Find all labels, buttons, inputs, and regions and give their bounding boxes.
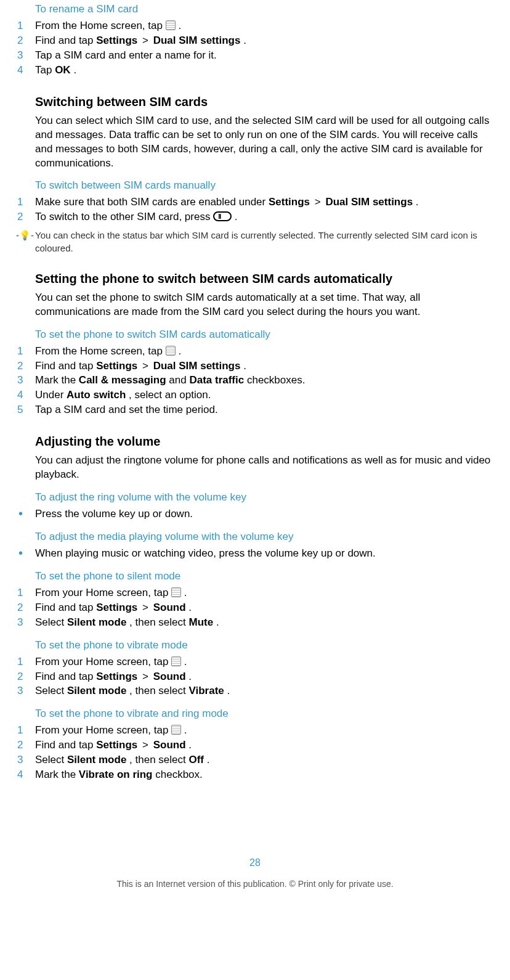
step-number: 3 xyxy=(12,616,35,630)
apps-grid-icon xyxy=(171,656,181,666)
bullet-marker: • xyxy=(12,507,35,521)
step-text: Under Auto switch , select an option. xyxy=(35,388,498,402)
subheading-auto-switch: To set the phone to switch SIM cards aut… xyxy=(35,328,498,342)
step-number: 1 xyxy=(12,345,35,359)
text-fragment: Under xyxy=(35,389,67,401)
step-number: 3 xyxy=(12,49,35,63)
text-fragment: Select xyxy=(35,754,67,766)
text-fragment: . xyxy=(184,724,187,736)
step-number: 1 xyxy=(12,655,35,669)
step-number: 5 xyxy=(12,403,35,417)
step-number: 4 xyxy=(12,63,35,78)
step-text: Find and tap Settings > Sound . xyxy=(35,738,498,753)
step-text: Find and tap Settings > Sound . xyxy=(35,670,498,684)
paragraph: You can adjust the ringtone volume for p… xyxy=(35,454,498,482)
step-number: 1 xyxy=(12,724,35,738)
bold-fragment: Call & messaging xyxy=(79,374,166,386)
steps-vibrate-mode: 1 From your Home screen, tap . 2 Find an… xyxy=(12,655,498,699)
step-number: 1 xyxy=(12,586,35,600)
text-fragment: From your Home screen, tap xyxy=(35,656,171,668)
text-fragment: , then select xyxy=(129,616,188,628)
bold-fragment: Silent mode xyxy=(67,616,126,628)
step-item: 2 Find and tap Settings > Sound . xyxy=(12,670,498,684)
text-fragment: checkboxes. xyxy=(247,374,306,386)
step-number: 4 xyxy=(12,388,35,402)
bullet-list: • Press the volume key up or down. xyxy=(12,507,498,521)
text-fragment: . xyxy=(178,20,181,31)
step-number: 2 xyxy=(12,738,35,753)
step-text: Tap a SIM card and enter a name for it. xyxy=(35,49,498,63)
steps-vibrate-ring: 1 From your Home screen, tap . 2 Find an… xyxy=(12,724,498,782)
bullet-item: • Press the volume key up or down. xyxy=(12,507,498,521)
page-number: 28 xyxy=(12,856,498,870)
bold-fragment: Dual SIM settings xyxy=(153,35,241,46)
subheading-switch-manual: To switch between SIM cards manually xyxy=(35,179,498,193)
text-fragment: Tap xyxy=(35,64,55,76)
step-text: Make sure that both SIM cards are enable… xyxy=(35,195,498,210)
step-number: 2 xyxy=(12,601,35,615)
step-number: 2 xyxy=(12,359,35,374)
step-item: 2 Find and tap Settings > Dual SIM setti… xyxy=(12,359,498,374)
text-fragment: , select an option. xyxy=(129,389,211,401)
steps-auto-switch: 1 From the Home screen, tap . 2 Find and… xyxy=(12,345,498,418)
step-number: 2 xyxy=(12,210,35,224)
separator: > xyxy=(315,196,324,208)
step-item: 4 Mark the Vibrate on ring checkbox. xyxy=(12,768,498,782)
text-fragment: Find and tap xyxy=(35,35,96,46)
text-fragment: . xyxy=(227,685,230,696)
tip-text: You can check in the status bar which SI… xyxy=(35,229,498,255)
text-fragment: Make sure that both SIM cards are enable… xyxy=(35,196,269,208)
bullet-text: Press the volume key up or down. xyxy=(35,507,498,521)
text-fragment: checkbox. xyxy=(155,769,203,780)
text-fragment: Select xyxy=(35,685,67,696)
text-fragment: . xyxy=(178,345,181,357)
step-text: Find and tap Settings > Dual SIM setting… xyxy=(35,359,498,374)
lightbulb-icon: -💡- xyxy=(12,229,35,255)
step-item: 2 Find and tap Settings > Sound . xyxy=(12,738,498,753)
step-number: 2 xyxy=(12,34,35,48)
bold-fragment: Settings xyxy=(269,196,310,208)
step-item: 2 Find and tap Settings > Dual SIM setti… xyxy=(12,34,498,48)
text-fragment: , then select xyxy=(129,685,188,696)
bold-fragment: Settings xyxy=(96,671,137,682)
separator: > xyxy=(142,35,152,46)
text-fragment: . xyxy=(243,35,246,46)
text-fragment: . xyxy=(188,602,192,613)
step-item: 1 From the Home screen, tap . xyxy=(12,19,498,33)
text-fragment: . xyxy=(184,587,187,598)
paragraph: You can set the phone to switch SIM card… xyxy=(35,291,498,319)
separator: > xyxy=(142,360,152,372)
step-number: 2 xyxy=(12,670,35,684)
steps-rename-sim: 1 From the Home screen, tap . 2 Find and… xyxy=(12,19,498,78)
step-number: 3 xyxy=(12,684,35,698)
text-fragment: . xyxy=(188,671,192,682)
subheading-media-volume: To adjust the media playing volume with … xyxy=(35,530,498,544)
step-item: 1 Make sure that both SIM cards are enab… xyxy=(12,195,498,210)
bold-fragment: Sound xyxy=(153,739,186,751)
text-fragment: From the Home screen, tap xyxy=(35,20,166,31)
text-fragment: From the Home screen, tap xyxy=(35,345,166,357)
tip-note: -💡- You can check in the status bar whic… xyxy=(12,229,498,255)
step-text: Find and tap Settings > Dual SIM setting… xyxy=(35,34,498,48)
text-fragment: . xyxy=(73,64,76,76)
bold-fragment: Auto switch xyxy=(67,389,126,401)
bold-fragment: Silent mode xyxy=(67,754,126,766)
bold-fragment: Mute xyxy=(188,616,213,628)
footer-note: This is an Internet version of this publ… xyxy=(12,878,498,890)
step-item: 3 Select Silent mode , then select Mute … xyxy=(12,616,498,630)
step-text: To switch to the other SIM card, press . xyxy=(35,210,498,224)
step-number: 3 xyxy=(12,374,35,388)
step-item: 2 To switch to the other SIM card, press… xyxy=(12,210,498,224)
steps-switch-manual: 1 Make sure that both SIM cards are enab… xyxy=(12,195,498,224)
step-item: 4 Under Auto switch , select an option. xyxy=(12,388,498,402)
step-number: 1 xyxy=(12,195,35,210)
text-fragment: . xyxy=(216,616,219,628)
subheading-rename-sim: To rename a SIM card xyxy=(35,2,498,17)
subheading-vibrate-mode: To set the phone to vibrate mode xyxy=(35,639,498,653)
text-fragment: . xyxy=(184,656,187,668)
bold-fragment: Sound xyxy=(153,602,186,613)
subheading-ring-volume: To adjust the ring volume with the volum… xyxy=(35,491,498,505)
step-text: From your Home screen, tap . xyxy=(35,724,498,738)
text-fragment: and xyxy=(169,374,189,386)
step-text: Tap OK . xyxy=(35,63,498,78)
